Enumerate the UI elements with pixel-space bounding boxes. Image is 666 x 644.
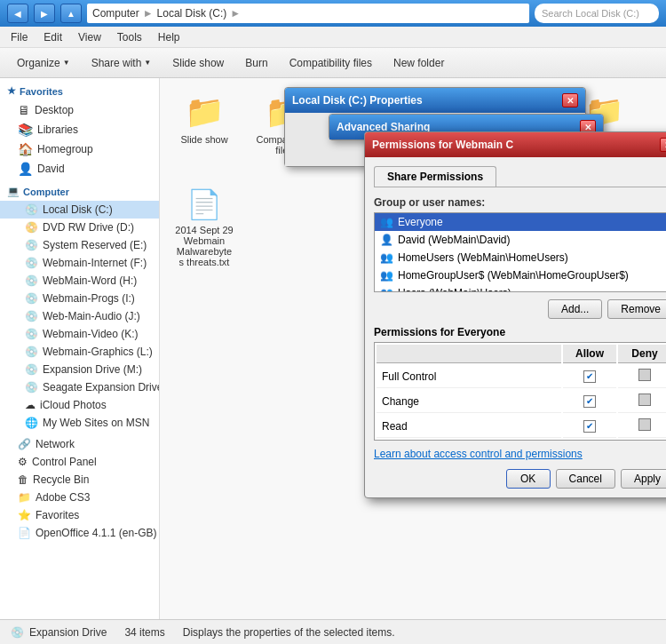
sidebar-item-webmain-f[interactable]: 💿 Webmain-Internet (F:) xyxy=(0,254,159,272)
read-deny-checkbox[interactable] xyxy=(638,418,651,431)
icloud-icon: ☁ xyxy=(25,399,36,411)
remove-button[interactable]: Remove xyxy=(607,299,666,319)
breadcrumb-localdisk[interactable]: Local Disk (C:) xyxy=(157,7,227,20)
file-item-compatibility[interactable]: 📁 Compatibility files xyxy=(249,87,320,172)
menu-tools[interactable]: Tools xyxy=(110,29,149,45)
libraries-icon: 📚 xyxy=(18,123,33,137)
folder-icon-perflogs: 📁 xyxy=(504,93,544,131)
compatibility-files-button[interactable]: Compatibility files xyxy=(280,52,382,74)
folder-icon-boot: 📁 xyxy=(424,93,464,131)
file-item-perflogs[interactable]: 📁 PerfLogs xyxy=(488,87,559,172)
sidebar-item-webmain-j[interactable]: 💿 Web-Main-Audio (J:) xyxy=(0,307,159,325)
permissions-for-label: Permissions for Everyone xyxy=(374,326,666,338)
share-with-button[interactable]: Share with ▼ xyxy=(82,52,162,74)
search-box[interactable]: Search Local Disk (C:) xyxy=(535,4,659,23)
recycle-bin-icon: 🗑 xyxy=(18,473,28,486)
sidebar-item-network[interactable]: 🔗 Network xyxy=(0,435,159,453)
perm-row-read: Read xyxy=(377,415,666,438)
sidebar-item-dvd-d[interactable]: 📀 DVD RW Drive (D:) xyxy=(0,219,159,236)
sidebar-item-openoffice[interactable]: 📄 OpenOffice 4.1.1 (en-GB) Installation … xyxy=(0,524,159,542)
desktop-icon: 🖥 xyxy=(18,103,30,117)
drive-icon-m: 💿 xyxy=(25,363,38,376)
cancel-button[interactable]: Cancel xyxy=(556,469,615,489)
fullcontrol-deny-checkbox[interactable] xyxy=(638,369,651,381)
sidebar-item-control-panel[interactable]: ⚙ Control Panel xyxy=(0,453,159,471)
file-item-boot[interactable]: 📁 Boot xyxy=(408,87,480,172)
item-count: 34 items xyxy=(124,626,164,639)
favorites-header[interactable]: ★ Favorites xyxy=(0,82,159,100)
sidebar-item-homegroup[interactable]: 🏠 Homegroup xyxy=(0,139,159,159)
localdisk-icon: 💿 xyxy=(25,203,38,216)
sidebar-item-desktop[interactable]: 🖥 Desktop xyxy=(0,100,159,120)
sidebar-item-recycle-bin[interactable]: 🗑 Recycle Bin xyxy=(0,471,159,489)
user-item-users[interactable]: 👥 Users (WebMain\Users) xyxy=(375,284,666,292)
file-item-sysvolinfo[interactable]: 📁 System Volume Information xyxy=(568,87,639,172)
drive-icon-n: 💿 xyxy=(25,381,38,394)
adobe-icon: 📁 xyxy=(18,491,31,504)
title-bar: ◀ ▶ ▲ Computer ► Local Disk (C:) ► Searc… xyxy=(0,0,666,27)
read-allow-checkbox[interactable] xyxy=(583,420,596,433)
sidebar-item-seagate-n[interactable]: 💿 Seagate Expansion Drive (N:) xyxy=(0,378,159,396)
sidebar-item-expansion-m[interactable]: 💿 Expansion Drive (M:) xyxy=(0,361,159,378)
user-users-icon: 👥 xyxy=(380,287,393,292)
fullcontrol-allow-checkbox[interactable] xyxy=(583,370,596,383)
sidebar-item-webmain-k[interactable]: 💿 Webmain-Video (K:) xyxy=(0,325,159,343)
web-icon: 🌐 xyxy=(25,417,38,429)
sidebar-item-favorites2[interactable]: ⭐ Favorites xyxy=(0,506,159,524)
change-allow-checkbox[interactable] xyxy=(583,395,596,408)
drive-icon-f: 💿 xyxy=(25,257,38,269)
user-icon: 👤 xyxy=(18,162,33,176)
learn-link[interactable]: Learn about access control and permissio… xyxy=(374,448,666,460)
breadcrumb-computer[interactable]: Computer xyxy=(92,7,139,20)
forward-button[interactable]: ▶ xyxy=(34,4,55,23)
control-panel-icon: ⚙ xyxy=(18,456,28,468)
permissions-table: Allow Deny Full Control Change xyxy=(374,342,666,441)
openoffice-icon: 📄 xyxy=(18,527,31,539)
menu-file[interactable]: File xyxy=(4,29,35,45)
ok-button[interactable]: OK xyxy=(506,469,551,489)
slide-show-button[interactable]: Slide show xyxy=(163,52,234,74)
sidebar-item-localdisk-c[interactable]: 💿 Local Disk (C:) xyxy=(0,201,159,219)
drive-info: 💿 Expansion Drive xyxy=(11,626,107,639)
sidebar-item-icloud[interactable]: ☁ iCloud Photos xyxy=(0,396,159,414)
toolbar: Organize ▼ Share with ▼ Slide show Burn … xyxy=(0,48,666,78)
breadcrumb[interactable]: Computer ► Local Disk (C:) ► xyxy=(87,4,529,23)
status-text: Displays the properties of the selected … xyxy=(183,626,395,639)
drive-icon-l: 💿 xyxy=(25,346,38,358)
sidebar-item-webmain-h[interactable]: 💿 WebMain-Word (H:) xyxy=(0,272,159,290)
file-item-dwcleaner[interactable]: 📁 dwCleaner xyxy=(329,87,400,172)
computer-header[interactable]: 💻 Computer xyxy=(0,182,159,201)
sidebar-item-webmain-i[interactable]: 💿 Webmain-Progs (I:) xyxy=(0,290,159,307)
apply-button[interactable]: Apply xyxy=(621,469,666,489)
add-button[interactable]: Add... xyxy=(548,299,602,319)
sidebar-item-libraries[interactable]: 📚 Libraries xyxy=(0,120,159,139)
perm-row-change: Change xyxy=(377,390,666,413)
menu-view[interactable]: View xyxy=(71,29,108,45)
file-icon-threats: 📄 xyxy=(186,187,222,221)
status-bar: 💿 Expansion Drive 34 items Displays the … xyxy=(0,619,666,644)
search-placeholder: Search Local Disk (C:) xyxy=(542,8,639,19)
sidebar-item-sysres-e[interactable]: 💿 System Reserved (E:) xyxy=(0,236,159,254)
file-item-threats-txt[interactable]: 📄 2014 Sept 29 Webmain Malwarebytes thre… xyxy=(169,181,240,274)
organize-button[interactable]: Organize ▼ xyxy=(7,52,80,74)
dvd-icon: 📀 xyxy=(25,221,38,234)
burn-button[interactable]: Burn xyxy=(235,52,277,74)
menu-help[interactable]: Help xyxy=(151,29,187,45)
menu-bar: File Edit View Tools Help xyxy=(0,27,666,48)
file-item-slideshow[interactable]: 📁 Slide show xyxy=(169,87,240,172)
sidebar-item-webmain-l[interactable]: 💿 Webmain-Graphics (L:) xyxy=(0,343,159,361)
new-folder-button[interactable]: New folder xyxy=(384,52,454,74)
network-icon: 🔗 xyxy=(18,438,31,450)
drive-icon-e: 💿 xyxy=(25,239,38,251)
up-button[interactable]: ▲ xyxy=(60,4,82,23)
back-button[interactable]: ◀ xyxy=(7,4,28,23)
sidebar-item-adobe[interactable]: 📁 Adobe CS3 xyxy=(0,489,159,506)
menu-edit[interactable]: Edit xyxy=(36,29,69,45)
bottom-buttons: OK Cancel Apply xyxy=(374,469,666,489)
sidebar-item-david[interactable]: 👤 David xyxy=(0,159,159,179)
change-deny-checkbox[interactable] xyxy=(638,394,651,406)
folder-icon-dwcleaner: 📁 xyxy=(345,93,385,131)
sidebar-item-web-sites[interactable]: 🌐 My Web Sites on MSN xyxy=(0,414,159,432)
folder-icon-compatibility: 📁 xyxy=(265,93,305,131)
computer-section: 💻 Computer 💿 Local Disk (C:) 📀 DVD RW Dr… xyxy=(0,182,159,432)
